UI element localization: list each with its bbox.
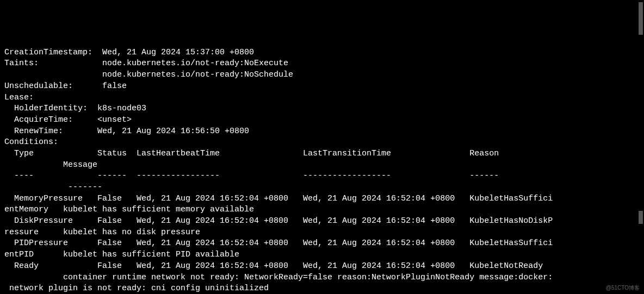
line-conditions-divider-1: ---- ------ ----------------- ----------… (4, 171, 499, 180)
line-conditions-header-2: Message (4, 160, 97, 170)
line-conditions-divider-2: ------- (4, 183, 102, 192)
line-lease: Lease: (4, 93, 34, 102)
watermark: @51CTO博客 (606, 284, 640, 292)
line-taints-1: Taints: node.kubernetes.io/not-ready:NoE… (4, 59, 288, 68)
line-conditions-header-1: Type Status LastHeartbeatTime LastTransi… (4, 149, 499, 158)
line-holder-identity: HolderIdentity: k8s-node03 (4, 104, 146, 113)
scrollbar-thumb-top[interactable] (639, 2, 643, 35)
line-ready-2: container runtime network not ready: Net… (4, 273, 553, 282)
line-unschedulable: Unschedulable: false (4, 82, 127, 91)
line-acquire-time: AcquireTime: <unset> (4, 115, 132, 124)
line-renew-time: RenewTime: Wed, 21 Aug 2024 16:56:50 +08… (4, 127, 249, 136)
scrollbar-thumb-bottom[interactable] (639, 211, 643, 224)
line-memory-pressure-1: MemoryPressure False Wed, 21 Aug 2024 16… (4, 194, 553, 203)
line-memory-pressure-2: entMemory kubelet has sufficient memory … (4, 205, 254, 214)
line-disk-pressure-1: DiskPressure False Wed, 21 Aug 2024 16:5… (4, 216, 553, 226)
line-conditions: Conditions: (4, 137, 58, 147)
line-ready-3: network plugin is not ready: cni config … (4, 284, 269, 293)
line-pid-pressure-1: PIDPressure False Wed, 21 Aug 2024 16:52… (4, 239, 553, 248)
line-ready-1: Ready False Wed, 21 Aug 2024 16:52:04 +0… (4, 261, 543, 271)
line-creation-timestamp: CreationTimestamp: Wed, 21 Aug 2024 15:3… (4, 48, 254, 57)
terminal-output: CreationTimestamp: Wed, 21 Aug 2024 15:3… (4, 47, 640, 294)
line-taints-2: node.kubernetes.io/not-ready:NoSchedule (4, 70, 293, 79)
line-disk-pressure-2: ressure kubelet has no disk pressure (4, 228, 200, 237)
line-pid-pressure-2: entPID kubelet has sufficient PID availa… (4, 250, 239, 259)
